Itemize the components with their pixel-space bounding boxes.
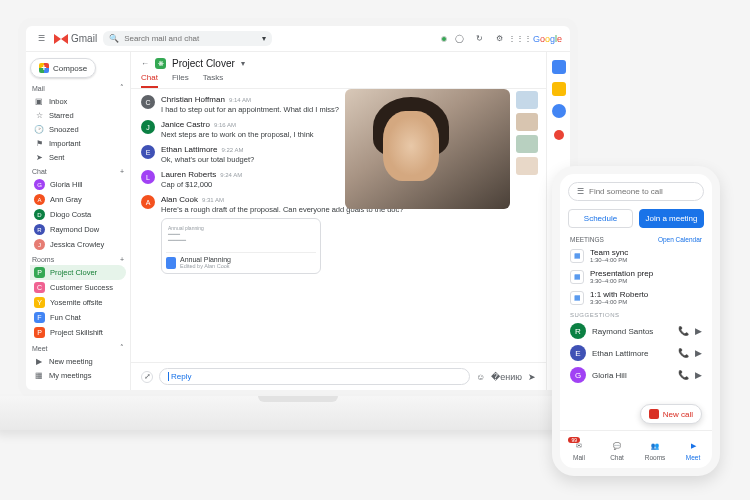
compose-label: Compose [53, 64, 87, 73]
open-calendar-link[interactable]: Open Calendar [658, 236, 702, 243]
gmail-text: Gmail [71, 33, 97, 44]
hamburger-menu-icon[interactable]: ☰ [577, 187, 584, 196]
participant-thumbnail[interactable] [516, 157, 538, 175]
settings-gear-icon[interactable]: ⚙ [493, 32, 507, 46]
phone-icon[interactable]: 📞 [678, 348, 689, 358]
nav-item-starred[interactable]: ☆Starred [30, 108, 126, 122]
avatar-icon: R [34, 224, 45, 235]
calendar-addon-icon[interactable] [552, 60, 566, 74]
meeting-title: 1:1 with Roberto [590, 290, 648, 299]
video-thumbnails [516, 91, 538, 175]
nav-item-inbox[interactable]: ▣Inbox [30, 94, 126, 108]
chevron-icon[interactable]: ˄ [120, 344, 124, 352]
phone-icon[interactable]: 📞 [678, 326, 689, 336]
video-icon[interactable]: ▶ [695, 348, 702, 358]
active-status-icon[interactable] [441, 36, 447, 42]
participant-thumbnail[interactable] [516, 135, 538, 153]
room-item[interactable]: FFun Chat [30, 310, 126, 325]
search-bar[interactable]: 🔍 ▾ [103, 31, 272, 46]
video-call-tile[interactable] [345, 89, 510, 209]
emoji-icon[interactable]: ☺ [476, 372, 485, 382]
nav-label: Mail [573, 454, 585, 461]
gmail-logo[interactable]: Gmail [54, 33, 97, 44]
join-meeting-button[interactable]: Join a meeting [639, 209, 704, 228]
meet-item[interactable]: ▦My meetings [30, 368, 126, 382]
rooms-section-header: Rooms + [32, 256, 124, 263]
contact-name: Raymond Dow [50, 225, 99, 234]
compose-button[interactable]: Compose [30, 58, 96, 78]
schedule-button[interactable]: Schedule [568, 209, 633, 228]
docs-icon [166, 257, 176, 269]
meeting-title: Presentation prep [590, 269, 653, 278]
add-room-icon[interactable]: + [120, 256, 124, 263]
hamburger-menu-icon[interactable]: ☰ [34, 32, 48, 46]
search-input[interactable] [124, 34, 257, 43]
tab-chat[interactable]: Chat [141, 73, 158, 88]
nav-label: Sent [49, 153, 64, 162]
participant-thumbnail[interactable] [516, 113, 538, 131]
back-arrow-icon[interactable]: ← [141, 59, 149, 68]
chat-contact[interactable]: GGloria Hill [30, 177, 126, 192]
new-call-fab[interactable]: New call [640, 404, 702, 424]
nav-label: Starred [49, 111, 74, 120]
send-icon: ➤ [34, 152, 44, 162]
attach-icon[interactable]: �ению [491, 372, 522, 382]
room-item[interactable]: PProject Clover [30, 265, 126, 280]
meet-label: My meetings [49, 371, 92, 380]
rooms-section-label: Rooms [32, 256, 54, 263]
chat-contact[interactable]: AAnn Gray [30, 192, 126, 207]
add-chat-icon[interactable]: + [120, 168, 124, 175]
nav-mail[interactable]: ✉99Mail [560, 431, 598, 468]
send-icon[interactable]: ➤ [528, 372, 536, 382]
phone-search-bar[interactable]: ☰ [568, 182, 704, 201]
suggested-contact[interactable]: RRaymond Santos📞▶ [560, 320, 712, 342]
phone-search-input[interactable] [589, 187, 695, 196]
nav-item-sent[interactable]: ➤Sent [30, 150, 126, 164]
meeting-item[interactable]: ▦Presentation prep3:30–4:00 PM [560, 266, 712, 287]
video-icon: ▶ [34, 356, 44, 366]
author-avatar: E [141, 145, 155, 159]
nav-chat[interactable]: 💬Chat [598, 431, 636, 468]
google-logo[interactable]: Google [533, 34, 562, 44]
chevron-down-icon[interactable]: ▾ [262, 34, 266, 43]
expand-composer-icon[interactable]: ⤢ [141, 371, 153, 383]
contact-name: Gloria Hill [50, 180, 83, 189]
doc-attachment[interactable]: Annual planning━━━━━━━━━━ Annual Plannin… [161, 218, 321, 274]
meeting-title: Team sync [590, 248, 628, 257]
tab-tasks[interactable]: Tasks [203, 73, 223, 88]
chevron-icon[interactable]: ˄ [120, 84, 124, 92]
video-icon[interactable]: ▶ [695, 370, 702, 380]
addon-icon[interactable] [554, 130, 564, 140]
reply-input[interactable]: Reply [159, 368, 470, 385]
tab-files[interactable]: Files [172, 73, 189, 88]
history-icon[interactable]: ↻ [473, 32, 487, 46]
apps-grid-icon[interactable]: ⋮⋮⋮ [513, 32, 527, 46]
tasks-addon-icon[interactable] [552, 104, 566, 118]
room-item[interactable]: CCustomer Success [30, 280, 126, 295]
video-icon[interactable]: ▶ [695, 326, 702, 336]
chat-contact[interactable]: DDiogo Costa [30, 207, 126, 222]
chevron-down-icon[interactable]: ▾ [241, 59, 245, 68]
chat-contact[interactable]: RRaymond Dow [30, 222, 126, 237]
nav-rooms[interactable]: 👥Rooms [636, 431, 674, 468]
suggested-contact[interactable]: EEthan Lattimore📞▶ [560, 342, 712, 364]
chat-contact[interactable]: JJessica Crowley [30, 237, 126, 252]
support-icon[interactable]: ◯ [453, 32, 467, 46]
contact-avatar: E [570, 345, 586, 361]
keep-addon-icon[interactable] [552, 82, 566, 96]
suggested-contact[interactable]: GGloria Hill📞▶ [560, 364, 712, 386]
chat-tabs: Chat Files Tasks [131, 69, 546, 89]
room-item[interactable]: PProject Skillshift [30, 325, 126, 340]
meeting-item[interactable]: ▦Team sync1:30–4:00 PM [560, 245, 712, 266]
nav-meet[interactable]: ▶Meet [674, 431, 712, 468]
room-item[interactable]: YYosemite offsite [30, 295, 126, 310]
contact-avatar: R [570, 323, 586, 339]
meet-item[interactable]: ▶New meeting [30, 354, 126, 368]
room-name: Customer Success [50, 283, 113, 292]
nav-item-important[interactable]: ⚑Important [30, 136, 126, 150]
nav-item-snoozed[interactable]: 🕑Snoozed [30, 122, 126, 136]
participant-thumbnail[interactable] [516, 91, 538, 109]
phone-icon[interactable]: 📞 [678, 370, 689, 380]
meeting-item[interactable]: ▦1:1 with Roberto3:30–4:00 PM [560, 287, 712, 308]
fab-label: New call [663, 410, 693, 419]
